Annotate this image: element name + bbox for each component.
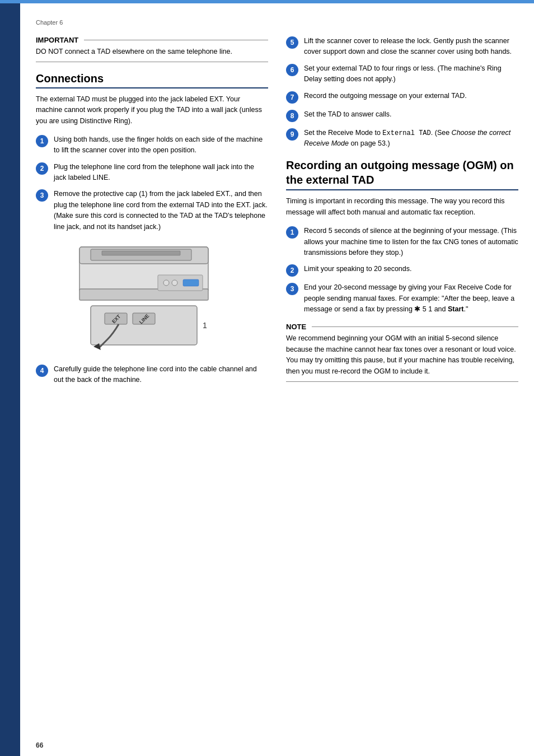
step-text-3: Remove the protective cap (1) from the j… xyxy=(54,189,268,232)
recording-step-text-1: Record 5 seconds of silence at the begin… xyxy=(304,226,518,258)
chapter-label: Chapter 6 xyxy=(36,19,518,26)
connections-intro: The external TAD must be plugged into th… xyxy=(36,94,268,127)
sidebar-accent xyxy=(0,0,20,3)
svg-point-7 xyxy=(172,280,177,286)
diagram-svg: EXT LINE 1 xyxy=(74,241,231,353)
recording-steps-list: 1 Record 5 seconds of silence at the beg… xyxy=(286,226,518,315)
step-text-1: Using both hands, use the finger holds o… xyxy=(54,134,268,156)
note-box: NOTE We recommend beginning your OGM wit… xyxy=(286,323,518,382)
svg-rect-3 xyxy=(102,251,180,255)
step-item: 2 Plug the telephone line cord from the … xyxy=(36,162,268,184)
important-title: IMPORTANT xyxy=(36,36,268,44)
recording-step-item-3: 3 End your 20-second message by giving y… xyxy=(286,282,518,315)
step-number-6: 6 xyxy=(286,64,298,76)
connections-title: Connections xyxy=(36,72,268,88)
step-text-7: Record the outgoing message on your exte… xyxy=(304,91,518,101)
step-4-list: 4 Carefully guide the telephone line cor… xyxy=(36,364,268,386)
connections-steps: 1 Using both hands, use the finger holds… xyxy=(36,134,268,232)
step-text-6: Set your external TAD to four rings or l… xyxy=(304,63,518,85)
recording-intro: Timing is important in recording this me… xyxy=(286,196,518,218)
note-title: NOTE xyxy=(286,323,518,331)
step-number-2: 2 xyxy=(36,162,48,175)
step-number-7: 7 xyxy=(286,91,298,104)
step-text-8: Set the TAD to answer calls. xyxy=(304,109,518,120)
step-item-4: 4 Carefully guide the telephone line cor… xyxy=(36,364,268,386)
step-item-9: 9 Set the Receive Mode to External TAD. … xyxy=(286,128,518,150)
step-number-5: 5 xyxy=(286,36,298,49)
note-text: We recommend beginning your OGM with an … xyxy=(286,333,518,382)
step-number-8: 8 xyxy=(286,110,298,122)
recording-step-item-1: 1 Record 5 seconds of silence at the beg… xyxy=(286,226,518,258)
recording-step-text-2: Limit your speaking to 20 seconds. xyxy=(304,264,518,274)
step-item-5: 5 Lift the scanner cover to release the … xyxy=(286,36,518,58)
step-number-1: 1 xyxy=(36,135,48,147)
svg-point-6 xyxy=(163,280,169,286)
recording-step-item-2: 2 Limit your speaking to 20 seconds. xyxy=(286,264,518,277)
step-number-4: 4 xyxy=(36,365,48,377)
step-text-2: Plug the telephone line cord from the te… xyxy=(54,162,268,184)
step-text-5: Lift the scanner cover to release the lo… xyxy=(304,36,518,58)
page-layout: IMPORTANT DO NOT connect a TAD elsewhere… xyxy=(36,36,518,386)
page-number: 66 xyxy=(36,741,43,749)
step-item: 1 Using both hands, use the finger holds… xyxy=(36,134,268,156)
bold-start: Start xyxy=(448,305,463,313)
code-external-tad: External TAD xyxy=(382,129,430,137)
step-item-6: 6 Set your external TAD to four rings or… xyxy=(286,63,518,85)
svg-rect-8 xyxy=(183,279,199,286)
step-item: 3 Remove the protective cap (1) from the… xyxy=(36,189,268,232)
step-item-7: 7 Record the outgoing message on your ex… xyxy=(286,91,518,104)
step-item-8: 8 Set the TAD to answer calls. xyxy=(286,109,518,122)
top-accent-bar xyxy=(20,0,534,3)
left-sidebar xyxy=(0,0,20,756)
svg-text:1: 1 xyxy=(203,321,207,330)
step-number-3: 3 xyxy=(36,189,48,202)
step-number-9: 9 xyxy=(286,128,298,141)
recording-section-title: Recording an outgoing message (OGM) on t… xyxy=(286,158,518,190)
step-text-4: Carefully guide the telephone line cord … xyxy=(54,364,268,386)
page-content: Chapter 6 IMPORTANT DO NOT connect a TAD… xyxy=(20,0,534,756)
important-box: IMPORTANT DO NOT connect a TAD elsewhere… xyxy=(36,36,268,62)
recording-step-number-3: 3 xyxy=(286,283,298,295)
important-text: DO NOT connect a TAD elsewhere on the sa… xyxy=(36,46,268,62)
recording-step-number-2: 2 xyxy=(286,264,298,277)
recording-step-text-3: End your 20-second message by giving you… xyxy=(304,282,518,315)
right-steps-list: 5 Lift the scanner cover to release the … xyxy=(286,36,518,149)
right-column: 5 Lift the scanner cover to release the … xyxy=(286,36,518,386)
diagram-area: EXT LINE 1 xyxy=(36,241,268,355)
step-text-9: Set the Receive Mode to External TAD. (S… xyxy=(304,128,518,150)
left-column: IMPORTANT DO NOT connect a TAD elsewhere… xyxy=(36,36,268,386)
recording-step-number-1: 1 xyxy=(286,226,298,239)
